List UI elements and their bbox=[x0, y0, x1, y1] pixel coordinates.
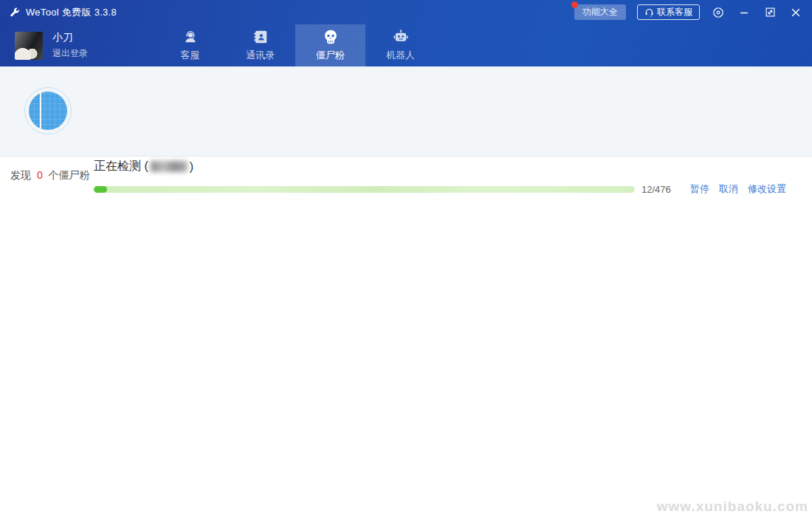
result-prefix: 发现 bbox=[10, 169, 31, 181]
tab-label: 机器人 bbox=[386, 49, 415, 62]
progress-row: 12/476 暂停 取消 修改设置 bbox=[94, 182, 786, 196]
navbar: 小刀 退出登录 客服 通讯录 僵尸粉 bbox=[0, 24, 812, 66]
headset-person-icon bbox=[182, 29, 199, 45]
titlebar: WeTool 免费版 3.3.8 功能大全 联系客服 bbox=[0, 0, 812, 24]
cancel-link[interactable]: 取消 bbox=[719, 182, 738, 196]
logout-link[interactable]: 退出登录 bbox=[52, 47, 88, 60]
tab-label: 客服 bbox=[181, 49, 200, 62]
status-prefix: 正在检测 ( bbox=[94, 159, 148, 174]
tab-label: 通讯录 bbox=[246, 49, 275, 62]
progress-bar bbox=[94, 186, 635, 193]
progress-count: 12/476 bbox=[641, 184, 680, 195]
contact-support-button[interactable]: 联系客服 bbox=[637, 4, 700, 20]
headset-icon bbox=[644, 7, 654, 17]
settings-gear-button[interactable] bbox=[711, 5, 726, 20]
features-button[interactable]: 功能大全 bbox=[574, 4, 626, 20]
result-suffix: 个僵尸粉 bbox=[49, 169, 90, 181]
radar-spinner bbox=[24, 87, 72, 134]
close-button[interactable] bbox=[788, 5, 803, 20]
titlebar-controls: 功能大全 联系客服 bbox=[574, 4, 803, 20]
tab-customer-service[interactable]: 客服 bbox=[155, 24, 225, 66]
notification-dot bbox=[571, 1, 578, 8]
result-count: 0 bbox=[37, 169, 43, 181]
pause-link[interactable]: 暂停 bbox=[690, 182, 709, 196]
maximize-button[interactable] bbox=[763, 5, 777, 20]
wrench-logo-icon bbox=[9, 7, 20, 18]
progress-actions: 暂停 取消 修改设置 bbox=[690, 182, 786, 196]
support-button-label: 联系客服 bbox=[657, 7, 692, 18]
progress-fill bbox=[94, 186, 107, 193]
watermark: www.xunibaoku.com bbox=[657, 499, 808, 515]
main-tabs: 客服 通讯录 僵尸粉 机器人 bbox=[155, 24, 436, 66]
radar-inner bbox=[29, 92, 67, 130]
robot-icon bbox=[393, 29, 409, 45]
status-suffix: ) bbox=[190, 160, 193, 174]
user-avatar bbox=[15, 32, 43, 60]
app-header: WeTool 免费版 3.3.8 功能大全 联系客服 bbox=[0, 0, 812, 66]
tab-label: 僵尸粉 bbox=[316, 49, 345, 62]
detection-panel: 正在检测 ( ) 12/476 暂停 取消 修改设置 bbox=[0, 66, 812, 157]
skull-icon bbox=[323, 29, 339, 45]
features-button-label: 功能大全 bbox=[582, 7, 618, 17]
user-meta: 小刀 退出登录 bbox=[52, 31, 88, 60]
tab-contacts[interactable]: 通讯录 bbox=[225, 24, 295, 66]
contacts-icon bbox=[252, 29, 269, 45]
tab-robot[interactable]: 机器人 bbox=[365, 24, 436, 66]
modify-settings-link[interactable]: 修改设置 bbox=[748, 182, 786, 196]
minimize-button[interactable] bbox=[737, 5, 751, 20]
tab-zombie-fans[interactable]: 僵尸粉 bbox=[295, 24, 365, 66]
radar-sweep-line bbox=[40, 92, 41, 130]
detection-status: 正在检测 ( ) bbox=[94, 159, 193, 174]
blurred-account-name bbox=[151, 161, 187, 172]
window-title: WeTool 免费版 3.3.8 bbox=[26, 6, 117, 19]
user-name: 小刀 bbox=[52, 31, 88, 44]
